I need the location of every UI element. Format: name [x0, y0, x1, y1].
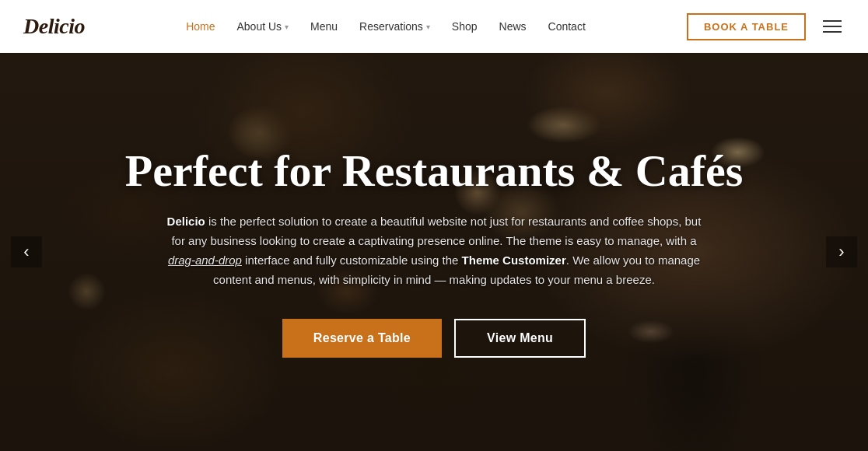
nav-reservations[interactable]: Reservations ▾ — [359, 20, 430, 33]
hero-description: Delicio is the perfect solution to creat… — [162, 212, 706, 289]
reserve-table-button[interactable]: Reserve a Table — [282, 319, 442, 358]
hero-content: Perfect for Restaurants & Cafés Delicio … — [0, 53, 868, 451]
chevron-down-icon: ▾ — [426, 23, 430, 31]
hero-title: Perfect for Restaurants & Cafés — [125, 146, 744, 196]
hero-brand-name: Delicio — [167, 215, 205, 228]
nav-menu[interactable]: Menu — [310, 20, 338, 33]
book-table-button[interactable]: BOOK A TABLE — [687, 13, 806, 40]
customizer-text: Theme Customizer — [462, 253, 566, 267]
hamburger-line-3 — [823, 31, 842, 33]
drag-drop-text: drag-and-drop — [168, 253, 242, 267]
main-nav: Home About Us ▾ Menu Reservations ▾ Shop… — [186, 20, 586, 33]
header-actions: BOOK A TABLE — [687, 13, 845, 40]
carousel-prev-button[interactable]: ‹ — [11, 236, 42, 267]
hero-section: ‹ Perfect for Restaurants & Cafés Delici… — [0, 53, 868, 451]
hamburger-line-2 — [823, 26, 842, 27]
nav-shop[interactable]: Shop — [452, 20, 478, 33]
hamburger-menu[interactable] — [820, 17, 845, 36]
site-logo[interactable]: Delicio — [23, 14, 85, 39]
carousel-next-button[interactable]: › — [826, 236, 857, 267]
hamburger-line-1 — [823, 20, 842, 22]
hero-buttons: Reserve a Table View Menu — [282, 319, 586, 358]
site-header: Delicio Home About Us ▾ Menu Reservation… — [0, 0, 868, 53]
nav-contact[interactable]: Contact — [548, 20, 586, 33]
nav-news[interactable]: News — [499, 20, 527, 33]
chevron-down-icon: ▾ — [285, 23, 289, 31]
nav-home[interactable]: Home — [186, 20, 215, 33]
view-menu-button[interactable]: View Menu — [454, 319, 586, 358]
nav-about[interactable]: About Us ▾ — [236, 20, 289, 33]
